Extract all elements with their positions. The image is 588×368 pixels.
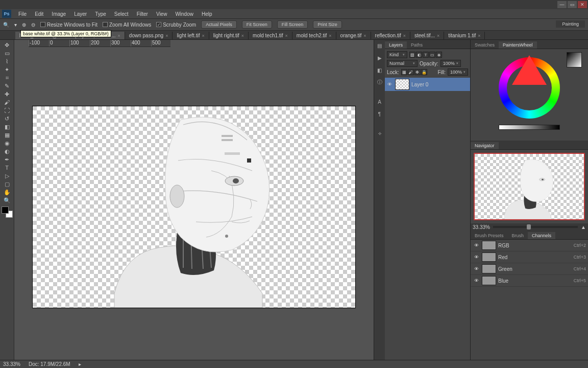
document-tab[interactable]: titanium 1.tif×	[444, 32, 485, 39]
wand-tool[interactable]: ✦	[2, 65, 13, 74]
close-icon[interactable]: ×	[403, 33, 406, 38]
zoom-slider[interactable]	[493, 226, 578, 228]
tab-brush[interactable]: Brush	[508, 232, 528, 239]
layer-filter-icons[interactable]: ▧ ◐ T ▭ ◈	[409, 52, 442, 58]
menu-help[interactable]: Help	[198, 10, 216, 18]
lock-icons[interactable]: ▦ 🖌 ✥ 🔒	[401, 69, 427, 75]
tab-swatches[interactable]: Swatches	[471, 41, 499, 49]
menu-filter[interactable]: Filter	[133, 10, 152, 18]
close-icon[interactable]: ×	[285, 33, 288, 38]
close-button[interactable]: ✕	[578, 1, 587, 8]
filter-adjust-icon[interactable]: ◐	[416, 52, 422, 58]
grayscale-strip[interactable]	[499, 125, 560, 130]
channel-row[interactable]: 👁 Red Ctrl+3	[471, 251, 588, 263]
character-icon[interactable]: A	[375, 97, 384, 106]
fit-screen-button[interactable]: Fit Screen	[242, 20, 272, 29]
menu-type[interactable]: Type	[91, 10, 110, 18]
document-tab[interactable]: orange.tif×	[336, 32, 371, 39]
print-size-button[interactable]: Print Size	[313, 20, 342, 29]
brush-tool[interactable]: 🖌	[2, 98, 13, 106]
info-icon[interactable]: ⓘ	[375, 78, 384, 87]
actions-icon[interactable]: ▶	[375, 53, 384, 62]
adjust-icon[interactable]: ✧	[375, 129, 384, 138]
document-tab[interactable]: mold tech2.tif×	[292, 32, 336, 39]
hand-tool[interactable]: ✋	[2, 188, 13, 196]
channel-row[interactable]: 👁 Green Ctrl+4	[471, 263, 588, 275]
tab-channels[interactable]: Channels	[528, 232, 555, 239]
healing-tool[interactable]: ✚	[2, 90, 13, 98]
status-caret-icon[interactable]: ▸	[79, 361, 81, 367]
foreground-color-swatch[interactable]	[2, 206, 9, 214]
visibility-icon[interactable]: 👁	[473, 242, 480, 249]
blend-mode-dropdown[interactable]: Normal	[387, 60, 418, 67]
layer-row[interactable]: 👁 Layer 0	[385, 78, 470, 91]
tab-navigator[interactable]: Navigator	[471, 142, 499, 149]
color-swatches[interactable]	[2, 206, 13, 218]
filter-pixel-icon[interactable]: ▧	[409, 52, 415, 58]
tab-painterswheel[interactable]: PaintersWheel	[499, 41, 537, 49]
path-tool[interactable]: ▷	[2, 172, 13, 180]
menu-select[interactable]: Select	[110, 10, 133, 18]
canvas-area[interactable]: -100010020030040050060070080090010001100…	[14, 40, 374, 368]
document-tab[interactable]: mold tech1.tif×	[249, 32, 292, 39]
lock-transparency-icon[interactable]: ▦	[401, 69, 407, 75]
lock-all-icon[interactable]: 🔒	[421, 69, 427, 75]
close-icon[interactable]: ×	[478, 33, 480, 38]
navigator-zoom-value[interactable]: 33.33%	[473, 224, 490, 230]
blur-tool[interactable]: ◉	[2, 139, 13, 147]
eyedropper-tool[interactable]: ✎	[2, 82, 13, 90]
menu-edit[interactable]: Edit	[31, 10, 47, 18]
close-icon[interactable]: ×	[363, 33, 366, 38]
layer-kind-dropdown[interactable]: Kind	[387, 51, 407, 58]
navigator-preview[interactable]	[474, 153, 585, 220]
zoom-tool[interactable]: 🔍	[2, 196, 13, 204]
canvas[interactable]	[33, 106, 355, 308]
zoom-out-icon[interactable]: ⊖	[31, 22, 35, 28]
menu-window[interactable]: Window	[171, 10, 198, 18]
channel-row[interactable]: 👁 RGB Ctrl+2	[471, 240, 588, 251]
close-icon[interactable]: ×	[241, 33, 244, 38]
status-zoom[interactable]: 33.33%	[3, 361, 20, 367]
value-square[interactable]	[567, 52, 582, 67]
close-icon[interactable]: ×	[165, 33, 168, 38]
zoom-all-checkbox[interactable]: Zoom All Windows	[103, 22, 151, 28]
document-tab[interactable]: light left.tif×	[173, 32, 209, 39]
eraser-tool[interactable]: ◧	[2, 123, 13, 131]
dropdown-caret-icon[interactable]: ▾	[14, 22, 17, 28]
lock-position-icon[interactable]: ✥	[414, 69, 421, 75]
opacity-field[interactable]: 100%	[440, 60, 461, 67]
menu-file[interactable]: File	[14, 10, 31, 18]
close-icon[interactable]: ×	[329, 33, 331, 38]
channel-row[interactable]: 👁 Blue Ctrl+5	[471, 275, 588, 287]
tab-layers[interactable]: Layers	[385, 41, 407, 49]
workspace-dropdown[interactable]: Painting	[556, 20, 585, 28]
crop-tool[interactable]: ⌗	[2, 74, 13, 82]
document-tab[interactable]: reflection.tif×	[371, 32, 410, 39]
lasso-tool[interactable]: ⌇	[2, 57, 13, 65]
move-tool[interactable]: ✥	[2, 41, 13, 49]
type-tool[interactable]: T	[2, 164, 13, 172]
properties-icon[interactable]: ◧	[375, 65, 384, 75]
layer-thumbnail[interactable]	[395, 79, 409, 90]
stamp-tool[interactable]: ⛶	[2, 106, 13, 114]
visibility-icon[interactable]: 👁	[473, 277, 480, 284]
maximize-button[interactable]: ▭	[568, 1, 577, 8]
document-tab[interactable]: steel.tif...×	[410, 32, 444, 39]
layer-name[interactable]: Layer 0	[411, 82, 428, 87]
zoom-in-small-icon[interactable]: ▲	[581, 224, 586, 230]
menu-image[interactable]: Image	[47, 10, 70, 18]
hue-wheel[interactable]	[499, 57, 560, 119]
filter-smart-icon[interactable]: ◈	[436, 52, 442, 58]
saturation-triangle[interactable]	[512, 55, 547, 85]
tab-paths[interactable]: Paths	[407, 41, 427, 49]
paragraph-icon[interactable]: ¶	[375, 109, 384, 119]
status-doc-size[interactable]: Doc: 17.9M/22.6M	[29, 361, 70, 367]
close-icon[interactable]: ×	[437, 33, 439, 38]
dodge-tool[interactable]: ◐	[2, 147, 13, 155]
shape-tool[interactable]: ▢	[2, 180, 13, 188]
resize-windows-checkbox[interactable]: Resize Windows to Fit	[40, 22, 97, 28]
filter-shape-icon[interactable]: ▭	[429, 52, 435, 58]
document-tab[interactable]: light right.tif×	[209, 32, 249, 39]
close-icon[interactable]: ×	[202, 33, 204, 38]
menu-layer[interactable]: Layer	[70, 10, 91, 18]
